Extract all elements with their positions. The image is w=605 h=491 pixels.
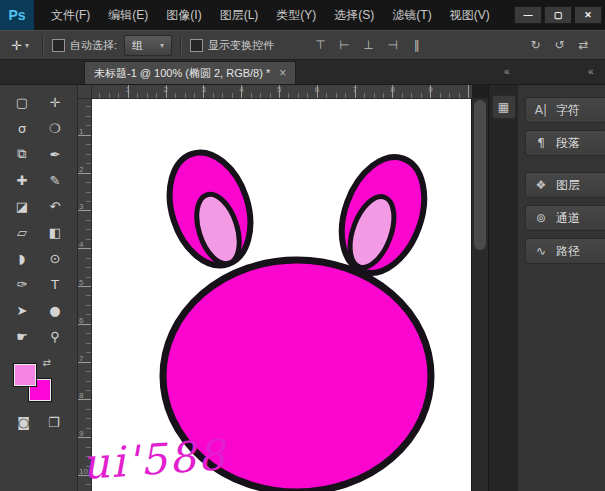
ruler-number: 8 <box>390 85 394 94</box>
close-tab-icon[interactable]: × <box>277 66 286 80</box>
scrollbar-thumb[interactable] <box>474 100 486 250</box>
zoom-tool[interactable]: ⚲ <box>39 323 72 349</box>
workspace: ▢✛σ❍⧉✒✚✎◪↶▱◧◗⊙✑T➤●☛⚲ ⇄ ◙ ❐ 123456789 123… <box>0 85 605 491</box>
rotate-back-icon[interactable]: ↺ <box>552 38 567 52</box>
menu-item-3[interactable]: 图像(I) <box>157 0 210 30</box>
ruler-number: 9 <box>79 429 83 438</box>
right-panel-dock: A|字符¶段落❖图层⊚通道∿路径 <box>518 85 605 491</box>
dodge-tool[interactable]: ⊙ <box>39 245 72 271</box>
distribute-centers-icon[interactable]: ∥ <box>409 38 424 52</box>
menu-item-7[interactable]: 滤镜(T) <box>383 0 440 30</box>
tab-bar: 未标题-1 @ 100% (椭圆 2, RGB/8) * × « « <box>0 60 605 85</box>
tools-panel: ▢✛σ❍⧉✒✚✎◪↶▱◧◗⊙✑T➤●☛⚲ ⇄ ◙ ❐ <box>0 85 78 491</box>
panel-paths-icon: ∿ <box>534 244 548 258</box>
tool-preset-picker[interactable]: ✛ ▾ <box>6 36 34 55</box>
ruler-corner[interactable] <box>78 85 92 99</box>
ruler-number: 4 <box>79 240 83 249</box>
panel-paragraph-icon: ¶ <box>534 136 548 150</box>
lasso-tool[interactable]: σ <box>6 115 39 141</box>
quick-selection-tool[interactable]: ❍ <box>39 115 72 141</box>
auto-select-checkbox[interactable] <box>52 39 65 52</box>
menubar: Ps 文件(F)编辑(E)图像(I)图层(L)类型(Y)选择(S)滤镜(T)视图… <box>0 0 605 30</box>
rectangular-marquee-tool[interactable]: ▢ <box>6 89 39 115</box>
menu-item-6[interactable]: 选择(S) <box>325 0 383 30</box>
ruler-number: 3 <box>201 85 205 94</box>
distribute-horizontal-icon[interactable]: ⇄ <box>576 38 591 52</box>
collapse-dock-icon[interactable]: « <box>588 66 592 77</box>
panel-group: ❖图层⊚通道∿路径 <box>518 172 605 264</box>
maximize-button[interactable]: ▢ <box>544 6 572 24</box>
tools-grid: ▢✛σ❍⧉✒✚✎◪↶▱◧◗⊙✑T➤●☛⚲ <box>6 89 72 349</box>
menu-item-2[interactable]: 编辑(E) <box>99 0 157 30</box>
pen-tool[interactable]: ✑ <box>6 271 39 297</box>
hand-tool[interactable]: ☛ <box>6 323 39 349</box>
close-button[interactable]: ✕ <box>574 6 602 24</box>
ruler-number: 1 <box>79 127 83 136</box>
vertical-scrollbar[interactable] <box>471 98 488 491</box>
ruler-number: 4 <box>239 85 243 94</box>
move-tool[interactable]: ✛ <box>39 89 72 115</box>
gradient-tool[interactable]: ◧ <box>39 219 72 245</box>
panel-paragraph[interactable]: ¶段落 <box>525 130 605 156</box>
eyedropper-tool[interactable]: ✒ <box>39 141 72 167</box>
menu-item-5[interactable]: 类型(Y) <box>267 0 325 30</box>
path-selection-tool[interactable]: ➤ <box>6 297 39 323</box>
document-tab[interactable]: 未标题-1 @ 100% (椭圆 2, RGB/8) * × <box>84 61 296 84</box>
panel-paths[interactable]: ∿路径 <box>525 238 605 264</box>
clone-stamp-tool[interactable]: ◪ <box>6 193 39 219</box>
rotate-view-icon[interactable]: ↻ <box>528 38 543 52</box>
ellipse-tool[interactable]: ● <box>39 297 72 323</box>
color-swatches: ⇄ <box>9 357 69 407</box>
ruler-number: 2 <box>79 165 83 174</box>
eraser-tool[interactable]: ▱ <box>6 219 39 245</box>
panel-channels-label: 通道 <box>556 210 580 227</box>
crop-tool[interactable]: ⧉ <box>6 141 39 167</box>
panel-layers[interactable]: ❖图层 <box>525 172 605 198</box>
window-controls: —▢✕ <box>514 6 602 24</box>
align-bottom-edges-icon[interactable]: ⊥ <box>361 38 376 52</box>
align-top-edges-icon[interactable]: ⊤ <box>313 38 328 52</box>
panel-channels[interactable]: ⊚通道 <box>525 205 605 231</box>
chevron-down-icon: ▾ <box>160 41 164 50</box>
show-transform-checkbox[interactable] <box>190 39 203 52</box>
panel-character[interactable]: A|字符 <box>525 97 605 123</box>
menu-item-8[interactable]: 视图(V) <box>441 0 499 30</box>
menu-list: 文件(F)编辑(E)图像(I)图层(L)类型(Y)选择(S)滤镜(T)视图(V) <box>42 0 499 30</box>
brush-tool[interactable]: ✎ <box>39 167 72 193</box>
app-logo: Ps <box>0 0 34 30</box>
ruler-number: 6 <box>79 316 83 325</box>
spot-healing-brush-tool[interactable]: ✚ <box>6 167 39 193</box>
collapsed-panels-strip: ▦ <box>488 85 518 491</box>
collapsed-panel-icon[interactable]: ▦ <box>492 95 516 119</box>
group-dropdown-value: 组 <box>132 38 143 53</box>
swap-colors-icon[interactable]: ⇄ <box>43 357 51 368</box>
move-tool-icon: ✛ <box>11 38 22 53</box>
chevron-down-icon: ▾ <box>25 41 29 50</box>
menu-item-1[interactable]: 文件(F) <box>42 0 99 30</box>
ruler-number: 8 <box>79 391 83 400</box>
document-viewport <box>91 98 472 491</box>
panel-character-icon: A| <box>534 103 548 117</box>
ruler-number: 6 <box>315 85 319 94</box>
foreground-color-swatch[interactable] <box>14 364 36 386</box>
blur-tool[interactable]: ◗ <box>6 245 39 271</box>
menu-item-4[interactable]: 图层(L) <box>211 0 268 30</box>
canvas-area: 123456789 12345678910 ui'588 <box>78 85 488 491</box>
panel-group: A|字符¶段落 <box>518 97 605 156</box>
auto-select-group-dropdown[interactable]: 组 ▾ <box>124 35 172 56</box>
rabbit-drawing <box>91 98 472 491</box>
toolbar-bottom: ◙ ❐ <box>17 415 59 430</box>
minimize-button[interactable]: — <box>514 6 542 24</box>
collapse-strip-icon[interactable]: « <box>504 66 508 77</box>
panel-channels-icon: ⊚ <box>534 211 548 225</box>
quick-mask-button[interactable]: ◙ <box>17 415 30 430</box>
align-left-edges-icon[interactable]: ⊣ <box>385 38 400 52</box>
photoshop-window: Ps 文件(F)编辑(E)图像(I)图层(L)类型(Y)选择(S)滤镜(T)视图… <box>0 0 605 491</box>
distribute-icons-group: ↻↺⇄ <box>528 38 591 52</box>
screen-mode-button[interactable]: ❐ <box>48 415 60 430</box>
horizontal-type-tool[interactable]: T <box>39 271 72 297</box>
document-canvas[interactable] <box>91 98 472 491</box>
history-brush-tool[interactable]: ↶ <box>39 193 72 219</box>
align-vertical-centers-icon[interactable]: ⊢ <box>337 38 352 52</box>
ruler-number: 3 <box>79 202 83 211</box>
